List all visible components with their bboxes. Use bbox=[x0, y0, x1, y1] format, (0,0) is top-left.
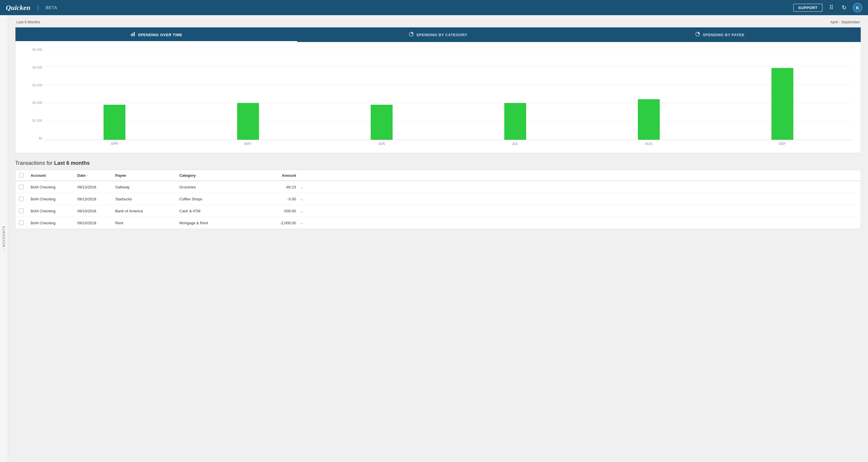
row1-checkbox[interactable] bbox=[19, 185, 24, 189]
tab-spending-over-time-label: SPENDING OVER TIME bbox=[138, 33, 182, 37]
logo-area: Quicken | BETA bbox=[6, 4, 57, 12]
header: Quicken | BETA SUPPORT ⠿ ↻ K bbox=[0, 0, 868, 15]
row2-checkbox[interactable] bbox=[19, 196, 24, 201]
table-row: BofA Checking 09/10/2018 Bank of America… bbox=[16, 205, 861, 217]
tab-spending-by-category[interactable]: SPENDING BY CATEGORY bbox=[297, 27, 579, 42]
row1-payee: Safeway bbox=[115, 185, 179, 189]
main-content: Last 6 Months April - September SPENDING… bbox=[8, 15, 868, 236]
col-category: Category bbox=[179, 173, 261, 178]
row3-expand-icon[interactable]: ⌄ bbox=[296, 209, 308, 213]
row3-account: BofA Checking bbox=[31, 209, 77, 213]
tab-spending-by-category-label: SPENDING BY CATEGORY bbox=[416, 33, 467, 37]
logo-text: Quicken bbox=[6, 4, 30, 12]
pie-chart-icon-1 bbox=[409, 31, 414, 38]
date-sort-icon: ↑ bbox=[87, 174, 88, 177]
bar-aug bbox=[582, 48, 715, 140]
bar-chart-icon bbox=[130, 31, 135, 38]
row1-account: BofA Checking bbox=[31, 185, 77, 189]
row1-date: 09/13/2018 bbox=[77, 185, 115, 189]
sidebar-arrow: → bbox=[2, 248, 5, 251]
table-row: BofA Checking 09/13/2018 Starbucks Coffe… bbox=[16, 193, 861, 205]
x-label-jun: JUN bbox=[315, 140, 448, 148]
header-divider: | bbox=[37, 5, 39, 11]
bar-sep bbox=[715, 48, 849, 140]
svg-rect-2 bbox=[134, 32, 135, 36]
bar-jul bbox=[448, 48, 582, 140]
x-label-apr: APR bbox=[48, 140, 181, 148]
chart-card: SPENDING OVER TIME SPENDING BY CATEGORY bbox=[15, 27, 861, 153]
row3-category: Cash & ATM bbox=[179, 209, 261, 213]
row2-payee: Starbucks bbox=[115, 197, 179, 201]
select-all-checkbox-cell bbox=[19, 173, 31, 178]
col-payee: Payee bbox=[115, 173, 179, 178]
tab-spending-over-time[interactable]: SPENDING OVER TIME bbox=[16, 27, 297, 42]
x-label-sep: SEP bbox=[715, 140, 849, 148]
row4-payee: Rent bbox=[115, 221, 179, 225]
beta-label: BETA bbox=[46, 5, 58, 10]
table-header: Account Date ↑ Payee Category Amount bbox=[16, 170, 861, 181]
row4-category: Mortgage & Rent bbox=[179, 221, 261, 225]
row2-expand-icon[interactable]: ⌄ bbox=[296, 197, 308, 201]
row4-account: BofA Checking bbox=[31, 221, 77, 225]
accounts-label: ACCOUNTS bbox=[2, 226, 5, 247]
svg-rect-1 bbox=[132, 33, 133, 36]
row2-amount: -5.00 bbox=[261, 197, 296, 201]
row2-category: Coffee Shops bbox=[179, 197, 261, 201]
chart-area: $5,000 $4,000 $3,000 $2,000 $1,000 $0 bbox=[16, 42, 861, 153]
y-label-0: $0 bbox=[39, 136, 42, 140]
col-account: Account bbox=[31, 173, 77, 178]
bar-jun bbox=[315, 48, 448, 140]
pie-chart-icon-2 bbox=[695, 31, 700, 38]
x-label-aug: AUG bbox=[582, 140, 715, 148]
row3-amount: -500.00 bbox=[261, 209, 296, 213]
y-label-2000: $2,000 bbox=[32, 101, 42, 104]
table-row: BofA Checking 09/13/2018 Safeway Groceri… bbox=[16, 181, 861, 193]
chart-tabs: SPENDING OVER TIME SPENDING BY CATEGORY bbox=[16, 27, 861, 42]
x-label-may: MAY bbox=[181, 140, 315, 148]
select-all-checkbox[interactable] bbox=[19, 173, 24, 178]
row3-checkbox[interactable] bbox=[19, 209, 24, 213]
tab-spending-by-payee-label: SPENDING BY PAYEE bbox=[703, 33, 744, 37]
row2-checkbox-cell bbox=[19, 196, 31, 201]
header-actions: SUPPORT ⠿ ↻ K bbox=[793, 3, 862, 12]
row1-checkbox-cell bbox=[19, 185, 31, 189]
y-label-3000: $3,000 bbox=[32, 84, 42, 87]
table-row: BofA Checking 09/10/2018 Rent Mortgage &… bbox=[16, 217, 861, 229]
row4-checkbox-cell bbox=[19, 220, 31, 225]
row4-expand-icon[interactable]: ⌄ bbox=[296, 221, 308, 225]
row1-amount: -80.23 bbox=[261, 185, 296, 189]
row3-checkbox-cell bbox=[19, 209, 31, 213]
y-label-4000: $4,000 bbox=[32, 66, 42, 69]
row4-checkbox[interactable] bbox=[19, 220, 24, 225]
x-label-jul: JUL bbox=[448, 140, 582, 148]
avatar[interactable]: K bbox=[853, 3, 862, 12]
refresh-icon[interactable]: ↻ bbox=[840, 3, 848, 12]
bar-apr bbox=[48, 48, 181, 140]
tab-spending-by-payee[interactable]: SPENDING BY PAYEE bbox=[579, 27, 861, 42]
row2-account: BofA Checking bbox=[31, 197, 77, 201]
row2-date: 09/13/2018 bbox=[77, 197, 115, 201]
y-label-1000: $1,000 bbox=[32, 119, 42, 122]
row4-date: 09/10/2018 bbox=[77, 221, 115, 225]
support-button[interactable]: SUPPORT bbox=[793, 4, 823, 12]
row1-expand-icon[interactable]: ⌄ bbox=[296, 185, 308, 189]
row4-amount: -2,000.00 bbox=[261, 221, 296, 225]
range-value: April - September bbox=[830, 20, 860, 24]
col-amount: Amount bbox=[261, 173, 296, 178]
grid-icon[interactable]: ⠿ bbox=[827, 3, 835, 12]
bar-may bbox=[181, 48, 315, 140]
y-label-5000: $5,000 bbox=[32, 48, 42, 51]
row1-category: Groceries bbox=[179, 185, 261, 189]
sidebar-label[interactable]: → ACCOUNTS bbox=[2, 226, 5, 251]
date-range-row: Last 6 Months April - September bbox=[15, 20, 861, 24]
row3-payee: Bank of America bbox=[115, 209, 179, 213]
sidebar[interactable]: → ACCOUNTS bbox=[0, 15, 8, 462]
col-date[interactable]: Date ↑ bbox=[77, 173, 115, 178]
svg-rect-0 bbox=[131, 34, 132, 36]
transactions-table: Account Date ↑ Payee Category Amount Bof… bbox=[15, 170, 861, 229]
transactions-title: Transactions for Last 6 months bbox=[15, 160, 861, 166]
period-label: Last 6 Months bbox=[16, 20, 40, 24]
row3-date: 09/10/2018 bbox=[77, 209, 115, 213]
transactions-section: Transactions for Last 6 months Account D… bbox=[15, 160, 861, 229]
